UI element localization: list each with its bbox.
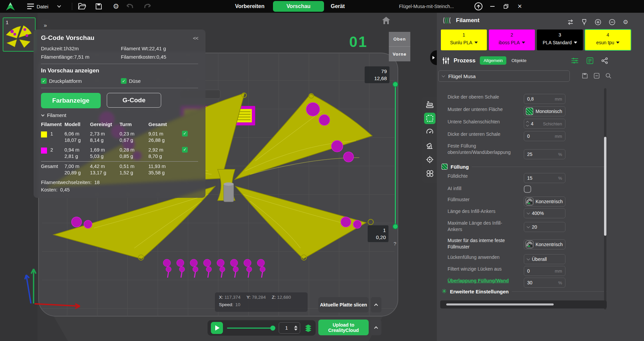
nozzle-icon[interactable] <box>581 19 587 27</box>
tab-general[interactable]: Allgemein <box>480 56 506 65</box>
play-button[interactable] <box>211 322 223 334</box>
undo-button[interactable] <box>126 0 134 13</box>
solid-infill-overlap-input[interactable]: 25% <box>524 149 565 159</box>
layers-icon[interactable] <box>304 324 312 332</box>
gcode-button[interactable]: G-Code <box>107 93 161 108</box>
tab-preview[interactable]: Vorschau <box>273 1 324 12</box>
filament-cost: 0,45 <box>156 54 166 60</box>
infill-anchor-max-dropdown[interactable]: 20 <box>524 222 565 232</box>
gap-fill-dropdown[interactable]: Überall <box>524 254 565 264</box>
scrollbar-thumb[interactable] <box>446 303 554 305</box>
filament-slot-1[interactable]: 1 Sunlu PLA <box>441 30 487 50</box>
step-down-icon[interactable] <box>294 329 297 331</box>
file-menu[interactable]: Datei <box>27 0 48 13</box>
home-view-button[interactable] <box>381 16 391 26</box>
tune-settings-icon[interactable] <box>571 57 579 64</box>
chevron-down-icon <box>442 74 445 77</box>
step-up-icon[interactable] <box>294 326 297 328</box>
bottom-surface-pattern-select[interactable]: Monotonisch <box>524 106 565 116</box>
save-profile-icon[interactable] <box>582 73 588 79</box>
checkbox-print-platform[interactable]: ✓ Druckplattform <box>41 78 121 84</box>
chevron-down-icon <box>574 42 577 44</box>
view-cube[interactable]: Oben Vorne <box>389 32 410 61</box>
layer-step-input[interactable]: 1 <box>279 322 300 334</box>
filament-swap-icon[interactable] <box>567 19 574 27</box>
share-nodes-icon[interactable] <box>601 57 608 64</box>
filament-slot-2[interactable]: 2 iboss PLA <box>489 30 535 50</box>
filament-slots: 1 Sunlu PLA 2 iboss PLA 3 PLA Standard 4… <box>441 30 631 50</box>
tab-device[interactable]: Gerät <box>331 0 345 13</box>
upload-cloud-button[interactable]: Upload to CrealityCloud <box>318 320 369 335</box>
coord-x: 117,374 <box>225 295 241 300</box>
slice-plate-button[interactable]: Aktuelle Platte slicen <box>318 297 369 312</box>
add-filament-icon[interactable] <box>595 19 601 27</box>
slider-help-label[interactable]: ? <box>394 241 396 246</box>
redo-button[interactable] <box>144 0 152 13</box>
internal-solid-pattern-select[interactable]: Konzentrisch <box>524 239 565 249</box>
checkbox-nozzle[interactable]: ✓ Düse <box>121 78 198 84</box>
plate-select-button[interactable] <box>424 113 435 124</box>
infill-pattern-select[interactable]: Konzentrisch <box>524 196 565 207</box>
minimize-button[interactable] <box>489 0 496 13</box>
close-button[interactable]: × <box>516 0 524 13</box>
target-button[interactable] <box>424 154 435 165</box>
filter-tiny-gaps-input[interactable]: 0mm <box>524 266 565 276</box>
scrollbar-thumb[interactable] <box>604 137 606 236</box>
app-logo-icon[interactable] <box>5 0 15 13</box>
color-display-button[interactable]: Farbanzeige <box>41 93 101 108</box>
tab-objects[interactable]: Objekte <box>511 58 526 63</box>
infill-anchor-length-dropdown[interactable]: 400% <box>524 208 565 218</box>
settings-horizontal-scrollbar[interactable] <box>440 300 607 308</box>
stepper-arrows-icon[interactable] <box>526 121 528 126</box>
restore-button[interactable] <box>502 0 510 13</box>
plate-thumbnail[interactable]: 1 <box>3 17 36 52</box>
filament-section-toggle[interactable]: Filament <box>42 112 198 118</box>
ai-infill-checkbox[interactable] <box>524 185 531 193</box>
bottom-shell-layers-stepper[interactable]: 4Schichten <box>524 119 565 129</box>
search-icon[interactable] <box>605 73 611 79</box>
plate-thumbnail-number: 1 <box>6 19 8 25</box>
chevron-down-icon <box>527 257 530 261</box>
upload-options-button[interactable] <box>371 320 381 335</box>
settings-vertical-scrollbar[interactable] <box>604 88 606 309</box>
save-button[interactable] <box>95 0 102 13</box>
row-checkbox[interactable]: ✓ <box>182 147 188 153</box>
gcode-coordinates-box: X: 117,374 Y: 78,284 Z: 12,680 Speed: 10 <box>215 292 308 312</box>
cloud-upload-button[interactable] <box>474 0 483 13</box>
bottom-shell-thickness-input[interactable]: 0mm <box>524 131 565 141</box>
reset-profile-icon[interactable] <box>594 73 600 79</box>
layer-slider-track[interactable] <box>395 84 396 227</box>
layer-slider-top-handle[interactable] <box>393 81 398 87</box>
speed-gauge-button[interactable] <box>424 126 435 138</box>
filament-length: 7,51 m <box>74 54 89 60</box>
file-menu-chevron[interactable] <box>58 0 60 13</box>
gcode-panel-collapse[interactable]: << <box>193 35 198 41</box>
filament-slot-3[interactable]: 3 PLA Standard <box>537 30 583 50</box>
playback-slider-handle[interactable] <box>270 326 275 331</box>
profile-dropdown[interactable]: Flügel Musa <box>438 70 570 82</box>
projector-button[interactable] <box>424 140 435 152</box>
remove-filament-icon[interactable] <box>609 19 615 27</box>
row-checkbox[interactable]: ✓ <box>182 131 188 136</box>
chevron-down-icon <box>527 211 530 215</box>
layer-slider-bottom-handle[interactable] <box>393 224 398 229</box>
filament-slot-4[interactable]: 4 esun tpu <box>585 30 631 50</box>
infill-wall-overlap-input[interactable]: 30% <box>524 278 565 288</box>
tab-prepare[interactable]: Vorbereiten <box>235 0 265 13</box>
view-cube-front-face[interactable]: Vorne <box>389 47 410 61</box>
top-shell-thickness-input[interactable]: 0,8mm <box>524 94 565 104</box>
filament-spool-icon <box>443 17 451 24</box>
coord-speed: 10 <box>235 302 240 307</box>
view-cube-top-face[interactable]: Oben <box>389 32 410 47</box>
settings-button[interactable]: ⚙ <box>113 0 119 13</box>
infill-density-input[interactable]: 15% <box>524 173 565 183</box>
filament-settings-icon[interactable]: ⚙ <box>623 19 628 27</box>
open-file-button[interactable] <box>78 0 86 13</box>
preset-list-icon[interactable] <box>587 57 593 64</box>
slice-options-button[interactable] <box>371 297 381 312</box>
playback-slider[interactable] <box>227 328 275 329</box>
line-type-button[interactable] <box>424 99 435 110</box>
apps-button[interactable] <box>424 168 435 179</box>
chevron-down-icon <box>616 42 619 44</box>
print-time: 1h32m <box>63 46 79 51</box>
